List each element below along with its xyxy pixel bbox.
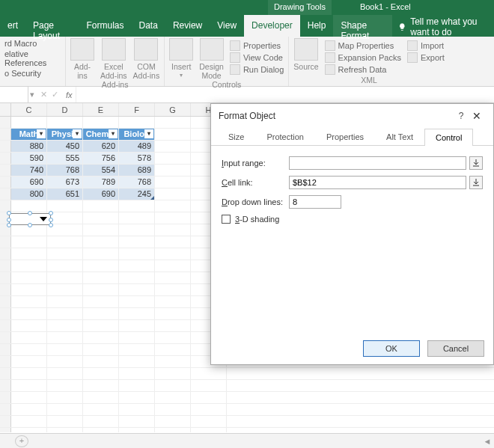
tab-formulas[interactable]: Formulas <box>79 15 132 37</box>
table-header[interactable]: Chemis▾ <box>83 129 119 140</box>
xml-source-button[interactable]: Source <box>293 38 318 71</box>
import-icon <box>407 40 418 51</box>
tab-protection[interactable]: Protection <box>255 128 315 145</box>
help-button[interactable]: ? <box>454 111 468 121</box>
range-picker-button[interactable] <box>469 156 483 170</box>
tab-review[interactable]: Review <box>165 15 210 37</box>
tell-me-search[interactable]: Tell me what you want to do <box>398 15 494 37</box>
dropdown-lines-field[interactable] <box>289 195 341 209</box>
filter-dropdown-icon[interactable]: ▾ <box>109 129 118 138</box>
expansion-packs-button[interactable]: Expansion Packs <box>325 52 401 64</box>
tab-help[interactable]: Help <box>300 15 334 37</box>
export-xml-button[interactable]: Export <box>407 52 445 64</box>
resize-handle[interactable] <box>7 218 11 222</box>
enter-formula-icon[interactable]: ✓ <box>52 90 58 99</box>
dropdown-arrow-icon <box>40 215 47 223</box>
tell-me-label: Tell me what you want to do <box>410 14 494 37</box>
cell-link-field[interactable] <box>289 176 466 189</box>
dialog-titlebar[interactable]: Format Object ? ✕ <box>211 104 493 128</box>
tab-developer[interactable]: Developer <box>244 15 300 37</box>
book-title: Book1 - Excel <box>354 0 417 15</box>
table-header[interactable]: Math▾ <box>11 129 47 140</box>
scroll-left-icon[interactable]: ◄ <box>481 437 494 446</box>
run-dialog-button[interactable]: Run Dialog <box>230 64 284 76</box>
group-label-xml: XML <box>293 76 444 86</box>
refresh-data-icon <box>325 64 335 75</box>
tab-size[interactable]: Size <box>217 128 255 145</box>
view-code-icon <box>230 52 240 63</box>
ribbon-group-code: rd Macro elative References o Security <box>0 37 66 86</box>
3d-shading-label: 3-D shading <box>235 215 279 224</box>
dialog-footer: OK Cancel <box>211 333 493 364</box>
tab-page-layout[interactable]: Page Layout <box>25 15 79 37</box>
properties-icon <box>230 40 240 51</box>
col-header[interactable]: E <box>83 103 119 116</box>
ribbon-group-addins: Add- ins Excel Add-ins COM Add-ins Add-i… <box>66 37 165 86</box>
tab-insert[interactable]: ert <box>0 15 25 37</box>
formula-input[interactable] <box>76 87 494 102</box>
com-addins-button[interactable]: COM Add-ins <box>133 38 160 80</box>
resize-handle[interactable] <box>49 218 53 222</box>
record-macro-button[interactable]: rd Macro <box>4 38 61 49</box>
table-header[interactable]: Biolog▾ <box>119 129 155 140</box>
dropdown-lines-label: Drop down lines: <box>222 197 289 206</box>
cancel-formula-icon[interactable]: ✕ <box>40 90 47 99</box>
import-xml-button[interactable]: Import <box>407 40 445 52</box>
dialog-title: Format Object <box>219 111 275 121</box>
tab-properties[interactable]: Properties <box>315 128 375 145</box>
col-header[interactable]: G <box>155 103 191 116</box>
cell-link-label: Cell link: <box>222 178 289 187</box>
resize-handle[interactable] <box>49 223 53 227</box>
combobox-form-control[interactable] <box>9 213 51 225</box>
view-code-button[interactable]: View Code <box>230 52 284 64</box>
fx-label[interactable]: fx <box>63 90 76 99</box>
collapse-dialog-icon <box>472 159 480 167</box>
relative-references-button[interactable]: elative References <box>4 49 61 68</box>
checkbox-icon <box>222 215 231 224</box>
properties-button[interactable]: Properties <box>230 40 284 52</box>
close-button[interactable]: ✕ <box>468 110 486 122</box>
ribbon: rd Macro elative References o Security A… <box>0 37 494 87</box>
cancel-button[interactable]: Cancel <box>427 340 484 357</box>
design-mode-button[interactable]: Design Mode <box>199 38 224 80</box>
run-dialog-icon <box>230 64 240 75</box>
name-box[interactable] <box>0 87 28 102</box>
new-sheet-button[interactable]: + <box>15 435 28 447</box>
3d-shading-checkbox[interactable]: 3-D shading <box>222 215 483 224</box>
ribbon-group-xml: Source Map Properties Expansion Packs Re… <box>289 37 448 86</box>
lightbulb-icon <box>398 22 406 32</box>
filter-dropdown-icon[interactable]: ▾ <box>73 129 82 138</box>
resize-handle[interactable] <box>28 211 32 215</box>
table-resize-handle-icon[interactable] <box>150 196 154 200</box>
tab-data[interactable]: Data <box>132 15 165 37</box>
range-picker-button[interactable] <box>469 176 483 189</box>
macro-security-button[interactable]: o Security <box>4 68 61 79</box>
table-header[interactable]: Physic▾ <box>47 129 83 140</box>
dialog-tabs: Size Protection Properties Alt Text Cont… <box>211 128 493 146</box>
resize-handle[interactable] <box>7 211 11 215</box>
excel-addins-button[interactable]: Excel Add-ins <box>100 38 127 80</box>
tab-shape-format[interactable]: Shape Format <box>333 15 391 37</box>
filter-dropdown-icon[interactable]: ▾ <box>37 129 46 138</box>
tab-view[interactable]: View <box>210 15 244 37</box>
map-properties-button[interactable]: Map Properties <box>325 40 401 52</box>
filter-dropdown-icon[interactable]: ▾ <box>144 129 153 138</box>
refresh-data-button[interactable]: Refresh Data <box>325 64 401 76</box>
resize-handle[interactable] <box>49 211 53 215</box>
tab-alt-text[interactable]: Alt Text <box>375 128 424 145</box>
input-range-field[interactable] <box>289 156 466 170</box>
name-box-dropdown-icon[interactable]: ▾ <box>28 90 36 99</box>
insert-control-button[interactable]: Insert▾ <box>169 38 193 80</box>
dialog-body: Input range: Cell link: Drop down lines:… <box>211 146 493 333</box>
col-header[interactable]: C <box>11 103 47 116</box>
col-header[interactable]: D <box>47 103 83 116</box>
tab-control[interactable]: Control <box>424 129 473 146</box>
resize-handle[interactable] <box>7 223 11 227</box>
expansion-packs-icon <box>325 52 335 63</box>
collapse-dialog-icon <box>472 179 480 186</box>
col-header[interactable]: F <box>119 103 155 116</box>
ok-button[interactable]: OK <box>363 340 420 357</box>
addins-button[interactable]: Add- ins <box>70 38 94 80</box>
resize-handle[interactable] <box>28 223 32 227</box>
export-icon <box>407 52 418 63</box>
